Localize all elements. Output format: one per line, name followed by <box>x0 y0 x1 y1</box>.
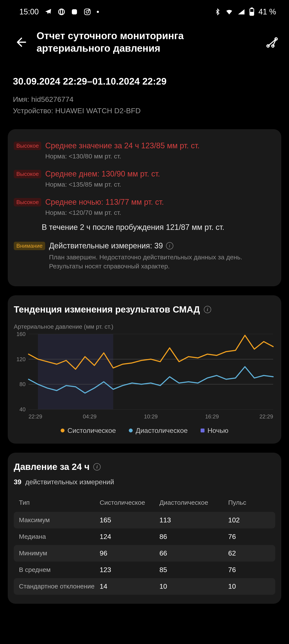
chart-ylabel: Артериальное давление (мм рт. ст.) <box>14 323 275 330</box>
chart-legend: Систолическое Диастолическое Ночью <box>14 426 275 434</box>
avg-day-row: Высокое Среднее днем: 130/90 мм рт. ст. … <box>14 166 275 194</box>
app-icon-1 <box>58 8 65 16</box>
telegram-icon <box>44 8 52 16</box>
badge-high: Высокое <box>14 142 41 150</box>
svg-text:22:29: 22:29 <box>259 413 273 419</box>
instagram-icon <box>83 8 91 16</box>
svg-rect-8 <box>250 12 253 15</box>
svg-text:16:29: 16:29 <box>205 413 219 419</box>
info-icon[interactable]: i <box>93 463 101 470</box>
back-button[interactable] <box>13 34 30 51</box>
svg-text:22:29: 22:29 <box>28 413 42 419</box>
trend-card: Тенденция изменения результатов СМАД i А… <box>8 295 281 444</box>
signal-icon <box>237 8 245 16</box>
table-header: Тип Систолическое Диастолическое Пульс <box>14 494 275 512</box>
svg-point-5 <box>89 10 90 10</box>
report-period: 30.09.2024 22:29–01.10.2024 22:29 <box>13 76 276 87</box>
legend-dot-dia <box>129 428 133 432</box>
report-user: Имя: hid56276774 <box>13 94 276 105</box>
info-icon[interactable]: i <box>166 242 173 250</box>
bp-trend-chart[interactable]: 408012016022:2904:2910:2916:2922:29 <box>14 332 275 422</box>
status-time: 15:00 <box>19 7 39 16</box>
svg-text:04:29: 04:29 <box>83 413 97 419</box>
info-icon[interactable]: i <box>204 306 211 313</box>
status-battery: 41 % <box>259 7 276 16</box>
legend-sq-night <box>201 428 205 432</box>
svg-text:160: 160 <box>16 332 25 337</box>
svg-text:80: 80 <box>19 381 25 387</box>
table-row: Максимум 165 113 102 <box>14 512 275 528</box>
badge-warning: Внимание <box>14 242 45 250</box>
wifi-icon <box>225 8 234 16</box>
table-row: Стандартное отклонение 14 10 10 <box>14 578 275 595</box>
legend-dot-sys <box>61 428 64 432</box>
table-row: Минимум 96 66 62 <box>14 545 275 562</box>
badge-high: Высокое <box>14 170 41 178</box>
more-icon <box>97 11 99 13</box>
table24-card: Давление за 24 ч i 39 действительных изм… <box>8 453 281 604</box>
avg-night-row: Высокое Среднее ночью: 113/77 мм рт. ст.… <box>14 194 275 223</box>
table24-title: Давление за 24 ч <box>14 462 89 472</box>
report-meta: 30.09.2024 22:29–01.10.2024 22:29 Имя: h… <box>0 65 289 129</box>
svg-text:10:29: 10:29 <box>144 413 158 419</box>
table-row: В среднем 123 85 76 <box>14 562 275 578</box>
app-icon-2 <box>71 8 78 15</box>
page-header: Отчет суточного мониторинга артериальног… <box>0 24 289 65</box>
summary-card: Высокое Среднее значение за 24 ч 123/85 … <box>8 129 281 286</box>
svg-text:40: 40 <box>19 406 25 412</box>
svg-rect-12 <box>38 334 113 410</box>
svg-text:120: 120 <box>16 356 25 362</box>
battery-icon <box>249 8 255 16</box>
share-button[interactable] <box>263 34 281 51</box>
svg-point-4 <box>86 10 89 13</box>
bluetooth-icon <box>214 8 221 16</box>
valid-measurements-row: Внимание Действительные измерения: 39 i … <box>14 238 275 277</box>
svg-point-0 <box>59 9 64 15</box>
svg-point-1 <box>60 9 63 15</box>
table24-count: 39 действительных измерений <box>14 478 275 486</box>
avg24-row: Высокое Среднее значение за 24 ч 123/85 … <box>14 138 275 166</box>
report-device: Устройство: HUAWEI WATCH D2-BFD <box>13 105 276 116</box>
svg-rect-2 <box>72 9 77 14</box>
table24: Тип Систолическое Диастолическое Пульс М… <box>14 494 275 595</box>
svg-rect-7 <box>251 8 253 8</box>
badge-high: Высокое <box>14 198 41 206</box>
post-wake-row: В течение 2 ч после пробуждения 121/87 м… <box>14 223 275 238</box>
status-bar: 15:00 41 % <box>0 0 289 24</box>
trend-title: Тенденция изменения результатов СМАД <box>14 304 200 315</box>
page-title: Отчет суточного мониторинга артериальног… <box>36 30 257 54</box>
valid-measurements-label: Действительные измерения: 39 <box>49 241 163 251</box>
table-row: Медиана 124 86 76 <box>14 528 275 545</box>
